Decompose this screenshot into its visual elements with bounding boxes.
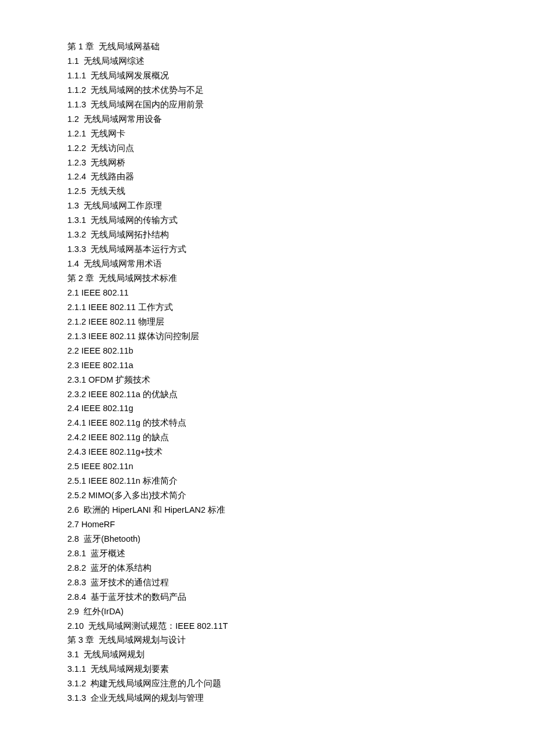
toc-entry: 1.3.3 无线局域网基本运行方式 [67, 242, 534, 257]
toc-entry: 1.1.1 无线局域网发展概况 [67, 69, 534, 83]
toc-entry: 2.8.4 基于蓝牙技术的数码产品 [67, 590, 534, 604]
toc-entry: 2.5.2 MIMO(多入多出)技术简介 [67, 488, 534, 503]
toc-entry: 1.2.2 无线访问点 [67, 141, 534, 156]
toc-entry: 1.2.5 无线天线 [67, 184, 534, 199]
toc-entry: 2.1.3 IEEE 802.11 媒体访问控制层 [67, 329, 534, 344]
toc-entry: 2.7 HomeRF [67, 517, 534, 532]
toc-entry: 1.1.2 无线局域网的技术优势与不足 [67, 83, 534, 98]
toc-entry: 2.9 红外(IrDA) [67, 604, 534, 619]
toc-entry: 2.5.1 IEEE 802.11n 标准简介 [67, 474, 534, 488]
toc-list: 第 1 章 无线局域网基础 1.1 无线局域网综述 1.1.1 无线局域网发展概… [67, 39, 534, 705]
toc-entry: 2.1 IEEE 802.11 [67, 286, 534, 300]
toc-entry: 1.3.2 无线局域网拓扑结构 [67, 228, 534, 242]
toc-entry: 2.3.1 OFDM 扩频技术 [67, 373, 534, 387]
toc-entry: 第 3 章 无线局域网规划与设计 [67, 633, 534, 647]
toc-entry: 1.4 无线局域网常用术语 [67, 257, 534, 271]
toc-entry: 3.1.1 无线局域网规划要素 [67, 662, 534, 676]
toc-entry: 1.2 无线局域网常用设备 [67, 112, 534, 127]
toc-entry: 1.3 无线局域网工作原理 [67, 199, 534, 213]
toc-entry: 1.1.3 无线局域网在国内的应用前景 [67, 98, 534, 112]
toc-entry: 3.1.3 企业无线局域网的规划与管理 [67, 691, 534, 705]
toc-entry: 第 1 章 无线局域网基础 [67, 39, 534, 54]
document-page: 第 1 章 无线局域网基础 1.1 无线局域网综述 1.1.1 无线局域网发展概… [67, 39, 534, 756]
toc-entry: 1.3.1 无线局域网的传输方式 [67, 213, 534, 228]
toc-entry: 2.10 无线局域网测试规范：IEEE 802.11T [67, 619, 534, 633]
toc-entry: 2.8.2 蓝牙的体系结构 [67, 561, 534, 575]
toc-entry: 2.4.1 IEEE 802.11g 的技术特点 [67, 416, 534, 430]
toc-entry: 2.4 IEEE 802.11g [67, 401, 534, 416]
toc-entry: 2.5 IEEE 802.11n [67, 459, 534, 474]
toc-entry: 2.4.2 IEEE 802.11g 的缺点 [67, 430, 534, 445]
toc-entry: 第 2 章 无线局域网技术标准 [67, 271, 534, 286]
toc-entry: 1.2.3 无线网桥 [67, 156, 534, 170]
toc-entry: 2.1.2 IEEE 802.11 物理层 [67, 315, 534, 329]
toc-entry: 1.2.4 无线路由器 [67, 170, 534, 184]
toc-entry: 1.2.1 无线网卡 [67, 127, 534, 141]
toc-entry: 2.8.1 蓝牙概述 [67, 546, 534, 561]
toc-entry: 2.4.3 IEEE 802.11g+技术 [67, 445, 534, 459]
toc-entry: 2.2 IEEE 802.11b [67, 344, 534, 358]
toc-entry: 2.6 欧洲的 HiperLANI 和 HiperLAN2 标准 [67, 503, 534, 517]
toc-entry: 2.8.3 蓝牙技术的通信过程 [67, 575, 534, 590]
toc-entry: 2.1.1 IEEE 802.11 工作方式 [67, 300, 534, 315]
toc-entry: 3.1.2 构建无线局域网应注意的几个问题 [67, 676, 534, 691]
toc-entry: 3.1 无线局域网规划 [67, 647, 534, 662]
toc-entry: 1.1 无线局域网综述 [67, 54, 534, 69]
toc-entry: 2.8 蓝牙(Bhetooth) [67, 532, 534, 546]
toc-entry: 2.3.2 IEEE 802.11a 的优缺点 [67, 387, 534, 402]
toc-entry: 2.3 IEEE 802.11a [67, 358, 534, 373]
